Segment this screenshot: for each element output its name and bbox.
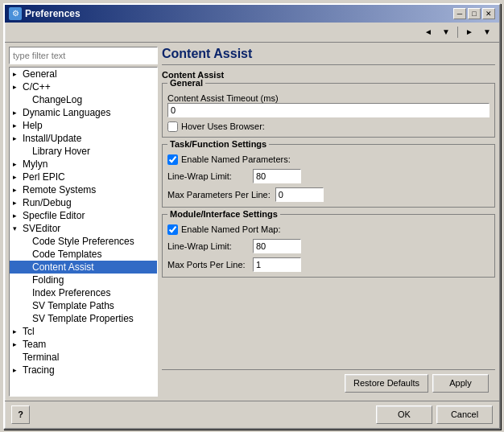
tree-item-tcl[interactable]: ▸ Tcl	[10, 325, 157, 338]
tree-item-changelog[interactable]: ChangeLog	[10, 93, 157, 106]
tree-item-library-hover[interactable]: Library Hover	[10, 145, 157, 158]
line-wrap-label: Line-Wrap Limit:	[167, 171, 248, 181]
bottom-row: ? OK Cancel	[5, 401, 499, 428]
expand-icon: ▸	[13, 83, 21, 91]
task-group-label: Task/Function Settings	[167, 139, 269, 149]
section-label: Content Assist	[162, 70, 495, 80]
module-line-wrap-input[interactable]	[253, 239, 301, 253]
expand-icon	[23, 250, 31, 258]
help-button[interactable]: ?	[11, 405, 30, 424]
window-icon: ⚙	[9, 7, 22, 20]
title-bar-left: ⚙ Preferences	[9, 7, 81, 20]
tree-item-label: Team	[23, 339, 46, 350]
enable-named-params-row: Enable Named Parameters:	[167, 154, 490, 165]
tree-item-label: Perl EPIC	[23, 171, 65, 183]
max-params-input[interactable]	[275, 187, 324, 202]
tree-item-sv-template-props[interactable]: SV Template Properties	[10, 312, 157, 325]
tree-item-code-templates[interactable]: Code Templates	[10, 248, 157, 261]
title-buttons: ─ □ ✕	[453, 8, 495, 19]
forward-dropdown-button[interactable]: ▼	[479, 25, 495, 39]
left-panel: ▸ General ▸ C/C++ ChangeLog ▸ Dynamic La…	[9, 47, 158, 397]
tree-item-label: Code Style Preferences	[32, 236, 134, 247]
timeout-label: Content Assist Timeout (ms)	[167, 93, 490, 103]
tree-item-label: Tracing	[23, 364, 55, 376]
expand-icon: ▾	[13, 224, 21, 232]
expand-icon: ▸	[13, 70, 21, 78]
expand-icon: ▸	[13, 366, 21, 374]
expand-icon: ▸	[13, 327, 21, 335]
expand-icon	[23, 263, 31, 271]
tree-item-index-prefs[interactable]: Index Preferences	[10, 286, 157, 299]
back-button[interactable]: ◄	[420, 25, 436, 39]
hover-browser-row: Hover Uses Browser:	[167, 121, 490, 132]
tree-item-specfile-editor[interactable]: ▸ Specfile Editor	[10, 209, 157, 222]
hover-browser-checkbox[interactable]	[167, 121, 178, 132]
expand-icon	[23, 96, 31, 104]
tree-item-label: Code Templates	[32, 249, 102, 260]
action-bar: Restore Defaults Apply	[162, 369, 495, 397]
tree-item-perl-epic[interactable]: ▸ Perl EPIC	[10, 171, 157, 183]
tree-item-sv-template-paths[interactable]: SV Template Paths	[10, 299, 157, 312]
tree-item-label: Dynamic Languages	[23, 107, 110, 118]
tree-item-folding[interactable]: Folding	[10, 274, 157, 286]
module-group-label: Module/Interface Settings	[167, 209, 280, 219]
tree-item-tracing[interactable]: ▸ Tracing	[10, 364, 157, 376]
tree-item-label: Help	[23, 120, 43, 131]
max-ports-field: Max Ports Per Line:	[167, 257, 490, 272]
tree-item-sveditor[interactable]: ▾ SVEditor	[10, 222, 157, 235]
timeout-field-group: Content Assist Timeout (ms)	[167, 93, 490, 117]
tree-item-label: SV Template Properties	[32, 313, 134, 324]
tree-item-label: Run/Debug	[23, 197, 72, 208]
tree-item-label: Terminal	[23, 352, 59, 363]
apply-button[interactable]: Apply	[432, 374, 489, 393]
maximize-button[interactable]: □	[468, 8, 481, 19]
expand-icon	[13, 353, 21, 361]
max-ports-input[interactable]	[253, 257, 301, 272]
minimize-button[interactable]: ─	[453, 8, 466, 19]
expand-icon: ▸	[13, 173, 21, 181]
tree-item-cpp[interactable]: ▸ C/C++	[10, 80, 157, 93]
tree-item-label: C/C++	[23, 81, 51, 93]
enable-named-params-checkbox[interactable]	[167, 154, 178, 165]
tree-item-team[interactable]: ▸ Team	[10, 338, 157, 351]
max-ports-label: Max Ports Per Line:	[167, 260, 248, 269]
expand-icon	[23, 302, 31, 310]
tree-container: ▸ General ▸ C/C++ ChangeLog ▸ Dynamic La…	[9, 67, 158, 397]
tree-item-label: Content Assist	[32, 261, 94, 273]
tree-item-label: Tcl	[23, 326, 35, 337]
nav-toolbar: ◄ ▼ ► ▼	[5, 23, 499, 43]
tree-item-run-debug[interactable]: ▸ Run/Debug	[10, 196, 157, 209]
module-line-wrap-label: Line-Wrap Limit:	[167, 241, 248, 251]
tree-item-code-style[interactable]: Code Style Preferences	[10, 235, 157, 248]
restore-defaults-button[interactable]: Restore Defaults	[345, 374, 428, 393]
tree-item-label: SVEditor	[23, 223, 60, 234]
forward-button[interactable]: ►	[461, 25, 477, 39]
line-wrap-input[interactable]	[253, 169, 301, 183]
expand-icon	[23, 315, 31, 323]
expand-icon: ▸	[13, 199, 21, 207]
expand-icon: ▸	[13, 212, 21, 220]
module-group: Module/Interface Settings Enable Named P…	[162, 214, 495, 278]
tree-item-general[interactable]: ▸ General	[10, 68, 157, 80]
cancel-button[interactable]: Cancel	[436, 405, 493, 424]
tree-item-content-assist[interactable]: Content Assist	[10, 261, 157, 274]
timeout-input[interactable]	[167, 103, 490, 117]
tree-item-dynamic-languages[interactable]: ▸ Dynamic Languages	[10, 106, 157, 119]
tree-item-label: Remote Systems	[23, 184, 96, 195]
tree-item-help[interactable]: ▸ Help	[10, 119, 157, 132]
tree-item-terminal[interactable]: Terminal	[10, 351, 157, 364]
tree-item-mylyn[interactable]: ▸ Mylyn	[10, 158, 157, 171]
enable-named-port-label: Enable Named Port Map:	[181, 224, 281, 234]
tree-item-label: Install/Update	[23, 133, 81, 144]
dropdown-button[interactable]: ▼	[438, 25, 454, 39]
tree-item-label: Mylyn	[23, 158, 48, 170]
tree-item-remote-systems[interactable]: ▸ Remote Systems	[10, 183, 157, 196]
enable-named-port-checkbox[interactable]	[167, 224, 178, 235]
ok-button[interactable]: OK	[376, 405, 432, 424]
filter-input[interactable]	[9, 47, 158, 64]
tree-item-install-update[interactable]: ▸ Install/Update	[10, 132, 157, 145]
close-button[interactable]: ✕	[482, 8, 495, 19]
tree-item-label: General	[23, 68, 57, 80]
preferences-window: ⚙ Preferences ─ □ ✕ ◄ ▼ ► ▼ ▸ General	[3, 3, 501, 430]
window-title: Preferences	[25, 8, 81, 19]
